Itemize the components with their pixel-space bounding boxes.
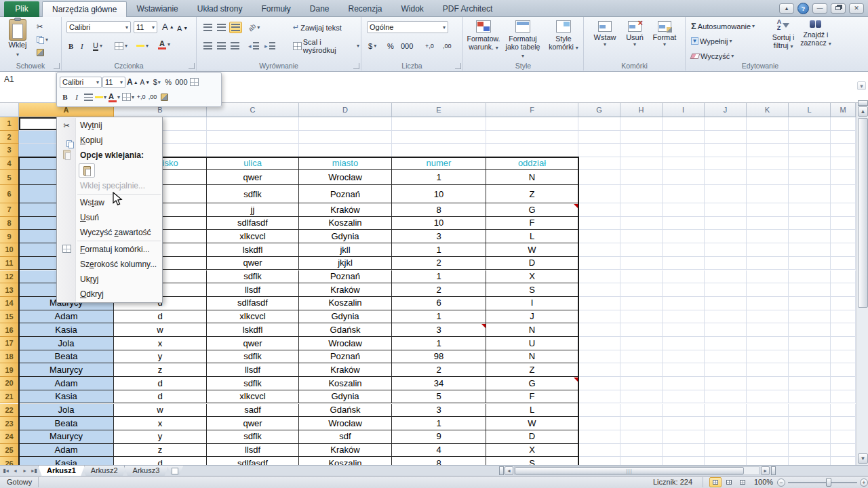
cell-D6[interactable]: Poznań <box>299 185 392 203</box>
clear-button[interactable]: Wyczyść▾ <box>690 50 735 62</box>
cell-E15[interactable]: 1 <box>392 310 486 324</box>
cell-C25[interactable]: llsdf <box>207 444 299 458</box>
cell-K7[interactable] <box>747 203 789 217</box>
row-header-19[interactable]: 19 <box>0 363 19 377</box>
cell-L4[interactable] <box>789 157 831 171</box>
mini-borders-button[interactable]: ▾ <box>121 92 135 103</box>
cell-K1[interactable] <box>747 117 789 131</box>
menu-item-delete[interactable]: Usuń <box>57 210 162 225</box>
find-select-button[interactable]: Znajdź i zaznacz ▾ <box>798 19 833 47</box>
cell-J2[interactable] <box>705 131 747 144</box>
cell-G24[interactable] <box>578 430 620 444</box>
align-left-button[interactable] <box>202 40 214 52</box>
cell-I17[interactable] <box>663 337 705 350</box>
mini-increase-decimal-button[interactable]: +,0 <box>136 92 146 103</box>
column-header-e[interactable]: E <box>392 103 486 117</box>
cell-M20[interactable] <box>831 377 856 390</box>
cell-A15[interactable]: Adam <box>19 310 114 324</box>
align-top-button[interactable] <box>202 22 214 33</box>
cell-J25[interactable] <box>705 444 747 458</box>
menu-item-clear-contents[interactable]: Wyczyść zawartość <box>57 225 162 240</box>
cell-L1[interactable] <box>789 117 831 131</box>
cell-I23[interactable] <box>663 417 705 430</box>
fill-button[interactable]: ▼Wypełnij▾ <box>690 35 734 47</box>
cell-M14[interactable] <box>831 297 856 310</box>
cell-E10[interactable]: 1 <box>392 243 486 257</box>
cell-M17[interactable] <box>831 337 856 350</box>
cell-L6[interactable] <box>789 185 831 203</box>
row-header-7[interactable]: 7 <box>0 203 19 217</box>
cell-H23[interactable] <box>620 417 663 430</box>
cell-I14[interactable] <box>663 297 705 310</box>
cell-A24[interactable]: Maurycy <box>19 430 114 444</box>
cell-A23[interactable]: Beata <box>19 417 114 430</box>
row-header-13[interactable]: 13 <box>0 283 19 297</box>
cell-K11[interactable] <box>747 257 789 270</box>
cell-F11[interactable]: D <box>486 257 578 270</box>
cell-J19[interactable] <box>705 363 747 377</box>
cell-L2[interactable] <box>789 131 831 144</box>
page-layout-view-button[interactable] <box>723 477 735 487</box>
cell-D5[interactable]: Wrocław <box>299 170 392 185</box>
cell-G9[interactable] <box>578 230 620 243</box>
format-cells-button[interactable]: Format▾ <box>649 21 680 47</box>
cell-H10[interactable] <box>620 243 663 257</box>
number-format-select[interactable]: Ogólne▾ <box>367 21 448 33</box>
cell-G1[interactable] <box>578 117 620 131</box>
cell-C5[interactable]: qwer <box>207 170 299 185</box>
cell-F18[interactable]: N <box>486 350 578 364</box>
cell-K13[interactable] <box>747 283 789 297</box>
cell-D14[interactable]: Koszalin <box>299 297 392 310</box>
cell-C24[interactable]: sdflk <box>207 430 299 444</box>
cell-L18[interactable] <box>789 350 831 364</box>
cell-J9[interactable] <box>705 230 747 243</box>
cell-J6[interactable] <box>705 185 747 203</box>
row-header-3[interactable]: 3 <box>0 144 19 157</box>
cell-H24[interactable] <box>620 430 663 444</box>
cell-C8[interactable]: sdlfasdf <box>207 217 299 230</box>
cell-J5[interactable] <box>705 170 747 185</box>
dialog-launcher-icon[interactable] <box>353 63 359 69</box>
cell-K25[interactable] <box>747 444 789 458</box>
normal-view-button[interactable] <box>709 477 722 487</box>
cell-L16[interactable] <box>789 323 831 337</box>
cell-A16[interactable]: Kasia <box>19 323 114 337</box>
cell-D19[interactable]: Kraków <box>299 363 392 377</box>
cell-J22[interactable] <box>705 404 747 418</box>
cell-E6[interactable]: 10 <box>392 185 486 203</box>
cell-C19[interactable]: llsdf <box>207 363 299 377</box>
cell-C21[interactable]: xlkcvcl <box>207 390 299 404</box>
cell-G26[interactable] <box>578 457 620 465</box>
mini-format-painter-button[interactable] <box>159 92 170 103</box>
cell-G6[interactable] <box>578 185 620 203</box>
cell-J16[interactable] <box>705 323 747 337</box>
cell-G16[interactable] <box>578 323 620 337</box>
cell-G22[interactable] <box>578 404 620 418</box>
cell-I19[interactable] <box>663 363 705 377</box>
cell-D21[interactable]: Gdynia <box>299 390 392 404</box>
cell-K8[interactable] <box>747 217 789 230</box>
cell-F24[interactable]: D <box>486 430 578 444</box>
cell-M24[interactable] <box>831 430 856 444</box>
cell-C11[interactable]: qwer <box>207 257 299 270</box>
cell-J26[interactable] <box>705 457 747 465</box>
cell-K2[interactable] <box>747 131 789 144</box>
cut-button[interactable]: ✂ <box>35 21 44 33</box>
cell-I3[interactable] <box>663 144 705 157</box>
cell-H26[interactable] <box>620 457 663 465</box>
cell-L13[interactable] <box>789 283 831 297</box>
cell-C17[interactable]: qwer <box>207 337 299 350</box>
row-header-21[interactable]: 21 <box>0 390 19 404</box>
cell-K17[interactable] <box>747 337 789 350</box>
menu-item-column-width[interactable]: Szerokość kolumny... <box>57 257 162 272</box>
cell-E9[interactable]: 3 <box>392 230 486 243</box>
mini-align-center-button[interactable] <box>83 92 94 103</box>
row-header-8[interactable]: 8 <box>0 217 19 230</box>
mini-font-color-button[interactable]: A▾ <box>108 92 121 103</box>
cell-G19[interactable] <box>578 363 620 377</box>
cell-H5[interactable] <box>620 170 663 185</box>
cell-M12[interactable] <box>831 270 856 284</box>
cell-K22[interactable] <box>747 404 789 418</box>
mini-currency-button[interactable]: $▾ <box>151 77 162 88</box>
row-header-26[interactable]: 26 <box>0 457 19 465</box>
